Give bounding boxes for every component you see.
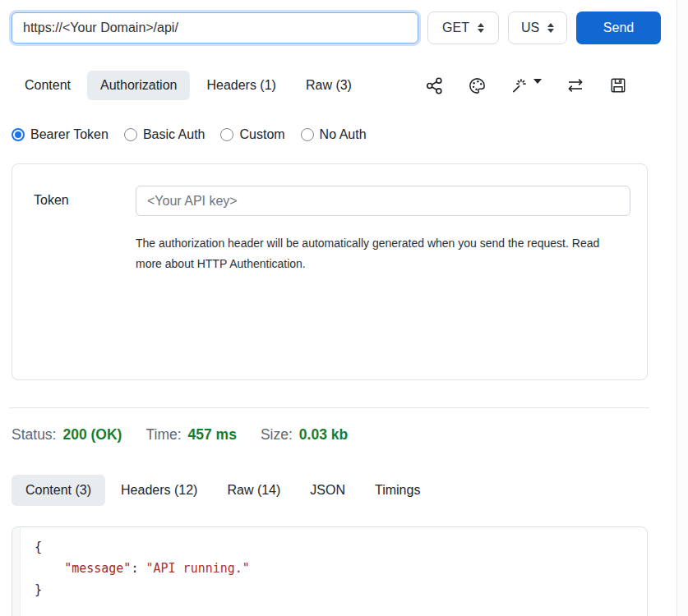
scrollbar-track[interactable] — [676, 0, 688, 616]
response-tabs: Content (3) Headers (12) Raw (14) JSON T… — [12, 475, 661, 506]
request-tabs-row: Content Authorization Headers (1) Raw (3… — [12, 71, 661, 100]
radio-label: No Auth — [320, 127, 367, 142]
size-label: Size: — [261, 426, 293, 444]
tab-response-raw[interactable]: Raw (14) — [213, 475, 294, 506]
tab-headers[interactable]: Headers (1) — [193, 71, 289, 100]
status-label: Status: — [12, 426, 56, 444]
tab-authorization[interactable]: Authorization — [87, 71, 190, 100]
json-colon: : — [131, 561, 145, 576]
time-label: Time: — [145, 426, 181, 444]
tab-response-content[interactable]: Content (3) — [12, 475, 105, 506]
radio-bearer-token[interactable]: Bearer Token — [12, 127, 109, 142]
tab-response-timings[interactable]: Timings — [361, 475, 434, 506]
token-label: Token — [34, 186, 136, 274]
tab-content[interactable]: Content — [12, 71, 84, 100]
radio-label: Custom — [239, 127, 284, 142]
request-toolbar — [425, 76, 661, 95]
method-select-value: GET — [442, 21, 469, 35]
tab-response-json[interactable]: JSON — [296, 475, 359, 506]
radio-circle-icon[interactable] — [220, 128, 233, 141]
radio-circle-icon[interactable] — [124, 128, 137, 141]
method-select[interactable]: GET — [427, 11, 499, 44]
auth-type-options: Bearer Token Basic Auth Custom No Auth — [12, 127, 661, 142]
code-gutter — [12, 527, 21, 616]
token-input[interactable] — [136, 186, 630, 216]
response-summary: Status: 200 (OK) Time: 457 ms Size: 0.03… — [12, 426, 661, 444]
radio-custom[interactable]: Custom — [220, 127, 284, 142]
select-arrows-icon — [478, 23, 484, 33]
response-body-panel: { "message": "API running." } — [12, 526, 648, 616]
api-client-page: GET US Send Content Authorization Header… — [0, 0, 688, 616]
section-divider — [9, 407, 649, 408]
time-value: 457 ms — [188, 426, 237, 444]
send-button[interactable]: Send — [576, 11, 661, 44]
request-bar: GET US Send — [12, 11, 661, 44]
json-key: "message" — [64, 561, 131, 576]
region-select[interactable]: US — [508, 11, 567, 44]
tab-raw[interactable]: Raw (3) — [293, 71, 365, 100]
palette-icon[interactable] — [468, 76, 487, 95]
auth-helper-text: The authorization header will be automat… — [136, 233, 624, 274]
dropdown-caret-icon — [533, 79, 542, 84]
json-brace-open: { — [35, 540, 42, 554]
size-value: 0.03 kb — [299, 426, 348, 444]
json-brace-close: } — [35, 582, 42, 597]
url-input[interactable] — [12, 12, 418, 44]
magic-wand-dropdown-icon[interactable] — [510, 76, 542, 95]
json-indent — [35, 561, 64, 576]
radio-label: Bearer Token — [30, 127, 109, 142]
swap-arrows-icon[interactable] — [566, 76, 585, 95]
share-icon[interactable] — [425, 76, 444, 95]
save-icon[interactable] — [609, 76, 627, 94]
radio-circle-icon[interactable] — [12, 128, 25, 141]
tab-response-headers[interactable]: Headers (12) — [107, 475, 211, 506]
select-arrows-icon — [547, 23, 554, 33]
radio-no-auth[interactable]: No Auth — [301, 127, 367, 142]
response-json-code[interactable]: { "message": "API running." } — [21, 527, 647, 616]
status-value: 200 (OK) — [62, 426, 122, 444]
radio-basic-auth[interactable]: Basic Auth — [124, 127, 205, 142]
request-tabs: Content Authorization Headers (1) Raw (3… — [12, 71, 365, 100]
radio-circle-icon[interactable] — [301, 128, 314, 141]
authorization-panel: Token The authorization header will be a… — [12, 163, 648, 380]
radio-label: Basic Auth — [143, 127, 205, 142]
region-select-value: US — [521, 21, 539, 35]
json-string-value: "API running." — [145, 561, 249, 576]
main-content: GET US Send Content Authorization Header… — [0, 0, 676, 616]
